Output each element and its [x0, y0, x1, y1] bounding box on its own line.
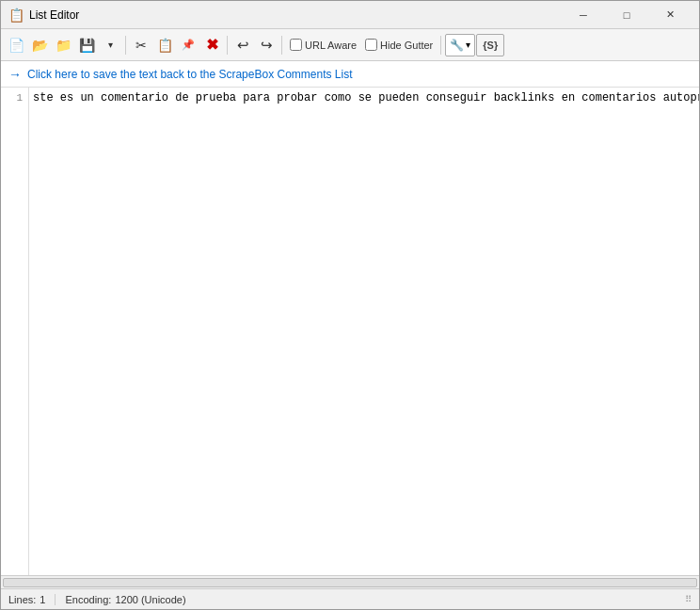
titlebar: 📋 List Editor ─ □ ✕ — [1, 1, 699, 29]
redo-button[interactable]: ↪ — [255, 34, 278, 56]
lines-value: 1 — [40, 594, 45, 605]
close-button[interactable]: ✕ — [648, 1, 692, 29]
url-aware-checkbox[interactable] — [290, 39, 302, 51]
copy-button[interactable]: 📋 — [153, 34, 176, 56]
tools-dropdown-button[interactable]: 🔧 ▾ — [445, 34, 475, 56]
delete-button[interactable]: ✖ — [200, 34, 223, 56]
separator-3 — [281, 36, 282, 55]
hide-gutter-label[interactable]: Hide Gutter — [380, 40, 433, 51]
url-aware-group: URL Aware — [290, 39, 357, 51]
separator-2 — [227, 36, 228, 55]
line-numbers: 1 — [1, 88, 29, 575]
open2-button[interactable]: 📁 — [52, 34, 74, 56]
hide-gutter-group: Hide Gutter — [365, 39, 433, 51]
url-aware-label[interactable]: URL Aware — [305, 40, 357, 51]
encoding-status: Encoding: 1200 (Unicode) — [65, 594, 185, 605]
editor-textarea[interactable]: ste es un comentario de prueba para prob… — [29, 88, 699, 575]
separator-1 — [125, 36, 126, 55]
cut-button[interactable]: ✂ — [130, 34, 152, 56]
window-title: List Editor — [29, 8, 562, 22]
hide-gutter-checkbox[interactable] — [365, 39, 377, 51]
save-arrow-icon: → — [8, 67, 22, 82]
minimize-button[interactable]: ─ — [562, 1, 605, 29]
tools-icon: 🔧 — [450, 39, 464, 52]
separator-4 — [440, 36, 441, 55]
dropdown-arrow-icon: ▾ — [466, 40, 470, 50]
titlebar-controls: ─ □ ✕ — [562, 1, 692, 29]
paste-button[interactable]: 📌 — [177, 34, 199, 56]
horizontal-scrollbar[interactable] — [1, 575, 699, 588]
toolbar: 📄 📂 📁 💾 ▾ ✂ 📋 📌 ✖ ↩ ↪ URL Aware Hide Gut… — [1, 29, 699, 61]
save-banner[interactable]: → Click here to save the text back to th… — [1, 61, 699, 88]
statusbar: Lines: 1 Encoding: 1200 (Unicode) ⠿ — [1, 588, 699, 609]
encoding-value: 1200 (Unicode) — [115, 594, 185, 605]
undo-button[interactable]: ↩ — [231, 34, 254, 56]
open-button[interactable]: 📂 — [28, 34, 51, 56]
editor-line-1[interactable]: ste es un comentario de prueba para prob… — [33, 89, 695, 106]
scrollbar-track[interactable] — [3, 578, 697, 587]
s-button[interactable]: {S} — [476, 34, 504, 56]
lines-label: Lines: — [8, 594, 36, 605]
lines-status: Lines: 1 — [8, 594, 45, 605]
save-dropdown-button[interactable]: ▾ — [99, 34, 121, 56]
resize-handle[interactable]: ⠿ — [685, 594, 692, 604]
app-icon: 📋 — [8, 8, 24, 23]
encoding-label: Encoding: — [65, 594, 111, 605]
save-button[interactable]: 💾 — [75, 34, 98, 56]
line-number-1: 1 — [1, 89, 28, 106]
status-separator — [55, 594, 56, 605]
new-button[interactable]: 📄 — [5, 34, 27, 56]
save-banner-text: Click here to save the text back to the … — [27, 68, 353, 81]
maximize-button[interactable]: □ — [605, 1, 648, 29]
editor-container: 1 ste es un comentario de prueba para pr… — [1, 88, 699, 575]
